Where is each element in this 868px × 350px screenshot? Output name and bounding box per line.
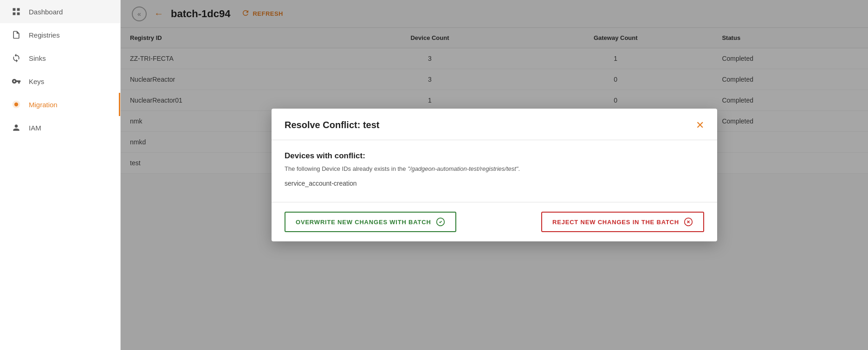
svg-rect-0 xyxy=(13,8,16,11)
sidebar-item-keys[interactable]: Keys xyxy=(0,70,120,93)
sidebar-item-dashboard[interactable]: Dashboard xyxy=(0,0,120,23)
reject-button[interactable]: REJECT NEW CHANGES IN THE BATCH xyxy=(541,212,704,232)
conflict-device-id: service_account-creation xyxy=(285,180,704,187)
sidebar-item-label: Dashboard xyxy=(29,8,63,16)
overwrite-button[interactable]: OVERWRITE NEW CHANGES WITH BATCH xyxy=(285,212,456,232)
sidebar-item-migration[interactable]: Migration xyxy=(0,93,120,116)
svg-rect-1 xyxy=(17,8,20,11)
sidebar-item-sinks[interactable]: Sinks xyxy=(0,46,120,70)
overwrite-label: OVERWRITE NEW CHANGES WITH BATCH xyxy=(296,219,431,226)
iam-icon xyxy=(11,123,21,133)
modal-footer: OVERWRITE NEW CHANGES WITH BATCH REJECT … xyxy=(272,202,717,241)
checkmark-circle-icon xyxy=(436,217,445,227)
sidebar-item-iam[interactable]: IAM xyxy=(0,116,120,139)
migration-icon xyxy=(11,99,21,110)
modal-body: Devices with conflict: The following Dev… xyxy=(272,140,717,202)
sidebar-item-label: Sinks xyxy=(29,54,46,62)
key-icon xyxy=(11,76,21,86)
x-circle-icon xyxy=(684,217,693,227)
sidebar-item-label: Registries xyxy=(29,31,60,39)
modal-header: Resolve Conflict: test ✕ xyxy=(272,109,717,140)
sidebar-item-label: Migration xyxy=(29,101,58,109)
sidebar: Dashboard Registries Sinks Keys xyxy=(0,0,121,350)
conflict-path: "/gadgeon-automation-test/registries/tes… xyxy=(408,165,518,172)
main-content: « ← batch-1dc94 REFRESH Registry ID Devi… xyxy=(121,0,868,350)
sidebar-item-label: IAM xyxy=(29,124,41,132)
close-icon[interactable]: ✕ xyxy=(696,120,704,130)
svg-point-5 xyxy=(14,103,18,106)
modal-title: Resolve Conflict: test xyxy=(285,120,379,130)
svg-rect-2 xyxy=(13,13,16,15)
conflict-desc-prefix: The following Device IDs already exists … xyxy=(285,165,408,172)
conflict-heading: Devices with conflict: xyxy=(285,151,704,161)
resolve-conflict-modal: Resolve Conflict: test ✕ Devices with co… xyxy=(272,109,717,241)
conflict-desc-suffix: . xyxy=(518,165,520,172)
modal-overlay[interactable]: Resolve Conflict: test ✕ Devices with co… xyxy=(121,0,868,350)
sinks-icon xyxy=(11,53,21,63)
svg-rect-3 xyxy=(17,13,20,15)
sidebar-item-registries[interactable]: Registries xyxy=(0,23,120,46)
file-icon xyxy=(11,30,21,40)
sidebar-item-label: Keys xyxy=(29,78,44,85)
grid-icon xyxy=(11,6,21,17)
conflict-description: The following Device IDs already exists … xyxy=(285,165,704,172)
reject-label: REJECT NEW CHANGES IN THE BATCH xyxy=(552,219,679,226)
